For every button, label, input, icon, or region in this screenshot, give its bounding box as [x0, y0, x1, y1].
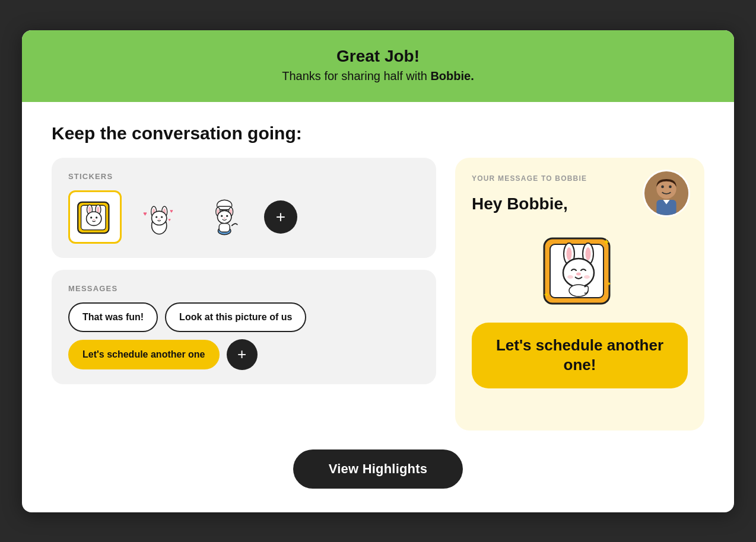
- preview-sticker: ✦ ✦ ✦: [538, 228, 621, 311]
- messages-card: MESSAGES That was fun! Look at this pict…: [52, 270, 436, 384]
- svg-point-51: [576, 272, 581, 275]
- svg-point-20: [158, 218, 160, 219]
- preview-message-bubble: Let's schedule another one!: [472, 323, 688, 389]
- svg-point-6: [87, 212, 101, 225]
- svg-text:✦: ✦: [79, 226, 82, 231]
- svg-point-19: [161, 216, 163, 218]
- message-chip-fun[interactable]: That was fun!: [68, 302, 158, 332]
- subtitle-name: Bobbie.: [430, 69, 474, 82]
- left-column: STICKERS: [52, 158, 436, 384]
- svg-point-49: [586, 247, 591, 260]
- svg-point-30: [218, 211, 231, 224]
- subtitle-prefix: Thanks for sharing half with: [282, 69, 430, 82]
- svg-text:✦: ✦: [104, 202, 109, 208]
- sticker-rabbit-frame[interactable]: ✦ ✦: [68, 190, 122, 244]
- app-container: Great Job! Thanks for sharing half with …: [22, 30, 734, 512]
- add-sticker-icon: +: [276, 208, 285, 227]
- svg-point-3: [88, 206, 91, 212]
- svg-point-17: [152, 211, 167, 225]
- message-chip-schedule-text: Let's schedule another one: [82, 349, 205, 359]
- header-title: Great Job!: [46, 47, 710, 66]
- preview-card: YOUR MESSAGE TO BOBBIE: [455, 158, 704, 431]
- svg-rect-35: [219, 223, 230, 231]
- svg-point-53: [584, 275, 590, 279]
- view-highlights-button[interactable]: View Highlights: [293, 449, 463, 489]
- svg-point-31: [221, 215, 223, 216]
- main-content: Keep the conversation going: STICKERS: [22, 102, 734, 512]
- sticker-rabbit-hearts[interactable]: ♥ ♥ ♥: [134, 190, 187, 244]
- add-sticker-button[interactable]: +: [264, 200, 297, 234]
- svg-point-5: [97, 206, 100, 212]
- two-col-layout: STICKERS: [52, 158, 704, 431]
- svg-point-47: [567, 247, 572, 260]
- add-message-button[interactable]: +: [227, 339, 258, 370]
- svg-point-52: [567, 275, 573, 279]
- svg-text:♥: ♥: [143, 210, 147, 217]
- stickers-card: STICKERS: [52, 158, 436, 258]
- message-chip-picture[interactable]: Look at this picture of us: [165, 302, 306, 332]
- svg-point-38: [661, 185, 664, 188]
- messages-label: MESSAGES: [68, 284, 420, 293]
- view-highlights-label: View Highlights: [329, 461, 427, 476]
- svg-point-33: [223, 217, 225, 218]
- svg-point-9: [93, 219, 95, 220]
- svg-point-39: [669, 185, 672, 188]
- preview-message-text: Let's schedule another one!: [490, 336, 670, 376]
- svg-point-7: [90, 216, 92, 218]
- sticker-rabbit-chef[interactable]: [199, 190, 252, 244]
- message-chip-schedule[interactable]: Let's schedule another one: [68, 340, 220, 369]
- svg-point-18: [155, 216, 157, 218]
- svg-text:✦: ✦: [602, 237, 610, 247]
- svg-point-32: [226, 215, 228, 216]
- avatar-image: [644, 171, 688, 215]
- message-chip-picture-text: Look at this picture of us: [179, 312, 292, 322]
- svg-text:✦: ✦: [543, 290, 550, 299]
- svg-point-8: [96, 216, 97, 218]
- header-banner: Great Job! Thanks for sharing half with …: [22, 30, 734, 102]
- header-subtitle: Thanks for sharing half with Bobbie.: [46, 69, 710, 83]
- svg-text:✦: ✦: [606, 280, 611, 287]
- stickers-row: ✦ ✦: [68, 190, 420, 244]
- svg-text:♥: ♥: [170, 208, 173, 213]
- view-highlights-row: View Highlights: [52, 449, 704, 489]
- right-column: YOUR MESSAGE TO BOBBIE: [455, 158, 704, 431]
- messages-row: That was fun! Look at this picture of us…: [68, 302, 420, 370]
- section-heading: Keep the conversation going:: [52, 123, 704, 144]
- avatar: [643, 170, 690, 217]
- message-chip-fun-text: That was fun!: [82, 312, 144, 322]
- svg-text:♥: ♥: [169, 217, 171, 222]
- stickers-label: STICKERS: [68, 172, 420, 181]
- add-message-icon: +: [237, 345, 246, 364]
